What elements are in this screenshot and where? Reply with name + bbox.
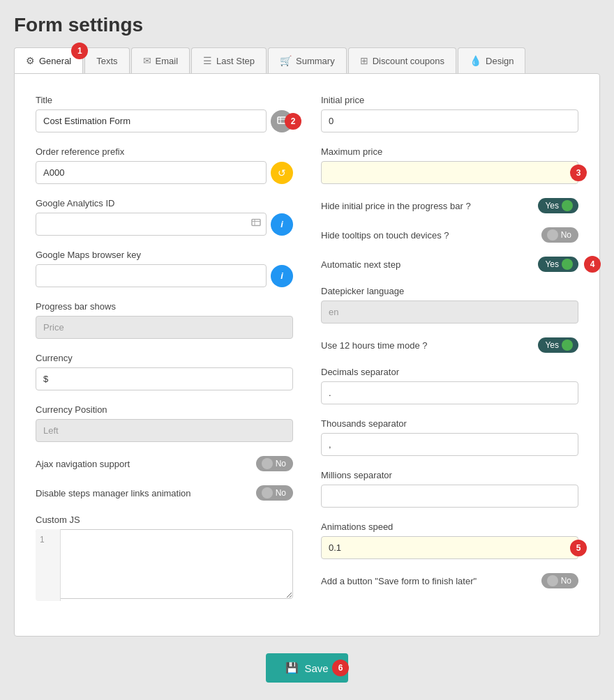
use-12h-toggle[interactable]: Yes <box>538 337 578 353</box>
decimals-input[interactable] <box>321 381 578 404</box>
order-ref-label: Order reference prefix <box>36 146 293 157</box>
tab-design-label: Design <box>486 56 514 66</box>
line-numbers: 1 <box>36 529 61 601</box>
tab-discount-coupons-label: Discount coupons <box>373 56 444 66</box>
auto-next-circle <box>562 259 573 270</box>
tabs-bar: ⚙ General 1 Texts ✉ Email ☰ Last Step 🛒 … <box>14 47 600 73</box>
save-button-state: No <box>561 576 571 586</box>
currency-group: Currency <box>36 353 293 390</box>
tab-general[interactable]: ⚙ General 1 <box>14 47 83 73</box>
tab-general-label: General <box>39 56 71 66</box>
auto-next-state: Yes <box>545 259 559 269</box>
datepicker-label: Datepicker language <box>321 286 578 296</box>
anim-speed-group: Animations speed 5 <box>321 522 578 559</box>
millions-group: Millions separator <box>321 470 578 508</box>
custom-js-group: Custom JS 1 <box>36 515 293 601</box>
save-button-label: Add a button "Save form to finish later" <box>321 576 541 586</box>
tab-summary[interactable]: 🛒 Summary <box>268 47 347 73</box>
design-icon: 💧 <box>470 55 481 66</box>
max-price-input[interactable] <box>321 161 578 184</box>
ajax-nav-row: Ajax navigation support No <box>36 456 293 471</box>
custom-js-label: Custom JS <box>36 515 293 525</box>
tab-summary-label: Summary <box>296 56 335 66</box>
millions-input[interactable] <box>321 485 578 508</box>
title-label: Title <box>36 95 293 105</box>
thousands-input[interactable] <box>321 433 578 456</box>
tab-last-step[interactable]: ☰ Last Step <box>191 47 267 73</box>
currency-position-label: Currency Position <box>36 404 293 415</box>
progress-bar-group: Progress bar shows Price <box>36 301 293 339</box>
save-button-toggle[interactable]: No <box>541 573 578 588</box>
hide-tooltips-state: No <box>561 230 571 240</box>
datepicker-select[interactable]: en <box>321 300 578 324</box>
tab-email-label: Email <box>156 56 179 66</box>
anim-speed-wrapper: 5 <box>321 536 578 559</box>
page-title: Form settings <box>14 14 600 36</box>
google-maps-label: Google Maps browser key <box>36 250 293 260</box>
decimals-group: Decimals separator <box>321 367 578 404</box>
ajax-nav-label: Ajax navigation support <box>36 459 256 469</box>
initial-price-group: Initial price <box>321 95 578 132</box>
right-column: Initial price Maximum price 3 Hide initi… <box>321 95 578 615</box>
progress-bar-label: Progress bar shows <box>36 301 293 312</box>
auto-next-toggle[interactable]: Yes <box>538 257 578 272</box>
translate-icon-small <box>251 218 261 230</box>
auto-next-label: Automatic next step <box>321 259 538 270</box>
refresh-button[interactable]: ↺ <box>271 162 293 184</box>
thousands-group: Thousands separator <box>321 418 578 456</box>
save-icon: 💾 <box>285 662 299 674</box>
gear-icon: ⚙ <box>26 55 35 66</box>
use-12h-circle <box>562 340 573 351</box>
analytics-info-button[interactable]: i <box>271 213 293 236</box>
disable-steps-row: Disable steps manager links animation No <box>36 485 293 501</box>
initial-price-input[interactable] <box>321 109 578 132</box>
maps-info-button[interactable]: i <box>271 265 293 287</box>
currency-position-group: Currency Position Left <box>36 404 293 442</box>
disable-steps-toggle[interactable]: No <box>256 485 293 501</box>
tab-texts[interactable]: Texts <box>84 47 129 73</box>
annotation-2: 2 <box>285 113 301 130</box>
datepicker-group: Datepicker language en <box>321 286 578 324</box>
google-maps-input-row: i <box>36 264 293 287</box>
annotation-4: 4 <box>584 256 601 273</box>
google-analytics-input-row: i <box>36 213 293 236</box>
anim-speed-label: Animations speed <box>321 522 578 532</box>
use-12h-state: Yes <box>545 340 559 350</box>
hide-tooltips-toggle[interactable]: No <box>541 227 578 243</box>
google-maps-input[interactable] <box>36 264 267 287</box>
tab-discount-coupons[interactable]: ⊞ Discount coupons <box>348 47 456 73</box>
thousands-label: Thousands separator <box>321 418 578 429</box>
disable-steps-label: Disable steps manager links animation <box>36 488 256 499</box>
hide-tooltips-row: Hide tooltips on touch devices ? No <box>321 227 578 243</box>
annotation-6: 6 <box>332 660 349 676</box>
currency-input[interactable] <box>36 367 293 390</box>
currency-label: Currency <box>36 353 293 363</box>
svg-rect-3 <box>252 219 260 225</box>
custom-js-textarea[interactable] <box>36 529 293 599</box>
hide-tooltips-circle <box>547 229 558 241</box>
disable-steps-circle <box>262 487 273 499</box>
progress-bar-select[interactable]: Price <box>36 316 293 339</box>
ga-translate-icon <box>251 218 261 228</box>
google-analytics-input[interactable] <box>36 213 267 236</box>
currency-position-select[interactable]: Left <box>36 419 293 442</box>
ajax-nav-toggle[interactable]: No <box>256 456 293 471</box>
max-price-wrapper: 3 <box>321 161 578 184</box>
order-ref-input-row: ↺ <box>36 161 293 184</box>
hide-initial-state: Yes <box>545 201 559 211</box>
list-icon: ☰ <box>203 55 212 66</box>
annotation-5: 5 <box>570 540 587 556</box>
use-12h-label: Use 12 hours time mode ? <box>321 340 538 351</box>
tab-last-step-label: Last Step <box>216 56 255 66</box>
decimals-label: Decimals separator <box>321 367 578 377</box>
email-icon: ✉ <box>143 55 151 66</box>
tab-design[interactable]: 💧 Design <box>458 47 525 73</box>
anim-speed-input[interactable] <box>321 536 578 559</box>
tab-email[interactable]: ✉ Email <box>131 47 190 73</box>
save-label: Save <box>304 662 328 674</box>
title-input[interactable] <box>36 109 267 132</box>
order-ref-input[interactable] <box>36 161 267 184</box>
title-group: Title 2 <box>36 95 293 132</box>
hide-initial-toggle[interactable]: Yes <box>538 198 578 213</box>
save-button-row: Add a button "Save form to finish later"… <box>321 573 578 588</box>
